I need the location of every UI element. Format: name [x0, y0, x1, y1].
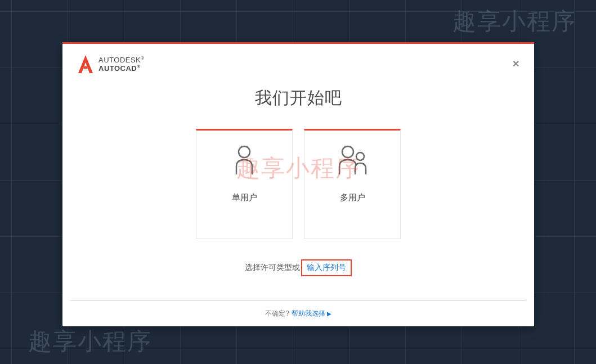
license-dialog: AUTODESK® AUTOCAD® ✕ 趣享小程序 我们开始吧 单用户 [62, 42, 534, 326]
arrow-right-icon: ▶ [327, 311, 331, 317]
dialog-body: 趣享小程序 我们开始吧 单用户 [62, 77, 534, 300]
single-user-icon [235, 144, 254, 177]
watermark-top: 趣享小程序 [452, 6, 576, 37]
logo-product: AUTOCAD® [98, 65, 145, 72]
autodesk-logo: AUTODESK® AUTOCAD® [77, 54, 519, 74]
svg-point-0 [239, 146, 250, 158]
subtext-prefix: 选择许可类型或 [245, 263, 300, 273]
subtext-row: 选择许可类型或 输入序列号 [245, 259, 352, 276]
multi-user-icon [337, 144, 368, 177]
multi-user-label: 多用户 [340, 192, 365, 203]
license-cards-row: 单用户 多用户 [196, 129, 401, 239]
svg-point-2 [356, 152, 364, 160]
autocad-logo-icon [77, 54, 94, 74]
enter-serial-link[interactable]: 输入序列号 [301, 259, 352, 276]
footer-text: 不确定? [265, 309, 289, 318]
multi-user-card[interactable]: 多用户 [304, 129, 401, 239]
footer-link-text: 帮助我选择 [292, 309, 325, 318]
watermark-bottom: 趣享小程序 [28, 326, 152, 357]
help-me-choose-link[interactable]: 帮助我选择 ▶ [292, 309, 331, 318]
close-button[interactable]: ✕ [510, 59, 521, 69]
dialog-header: AUTODESK® AUTOCAD® ✕ [62, 44, 534, 77]
close-icon: ✕ [512, 59, 519, 69]
single-user-card[interactable]: 单用户 [196, 129, 293, 239]
dialog-title: 我们开始吧 [255, 87, 342, 110]
dialog-footer: 不确定? 帮助我选择 ▶ [70, 300, 526, 326]
single-user-label: 单用户 [232, 192, 257, 203]
logo-brand: AUTODESK® [98, 56, 145, 64]
svg-point-1 [342, 146, 353, 158]
logo-text: AUTODESK® AUTOCAD® [98, 56, 145, 72]
